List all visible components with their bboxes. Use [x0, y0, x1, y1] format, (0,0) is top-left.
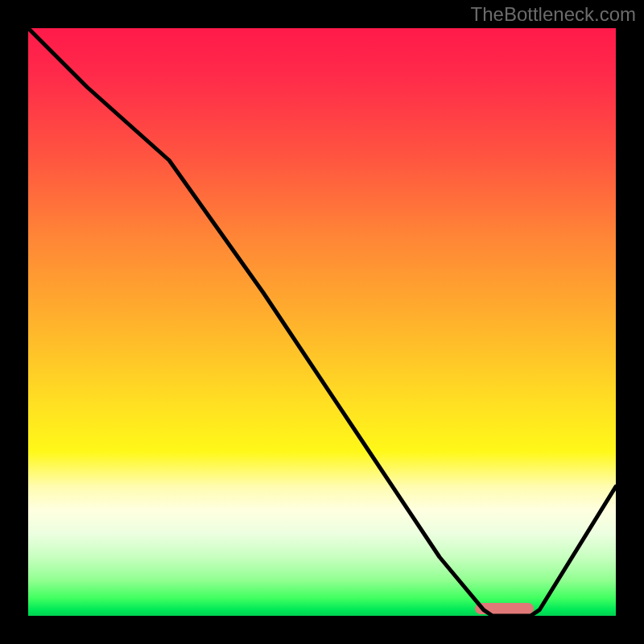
bottleneck-chart: TheBottleneck.com [0, 0, 644, 644]
bottleneck-curve [28, 28, 616, 616]
plot-area [28, 28, 616, 616]
watermark-text: TheBottleneck.com [471, 3, 636, 26]
